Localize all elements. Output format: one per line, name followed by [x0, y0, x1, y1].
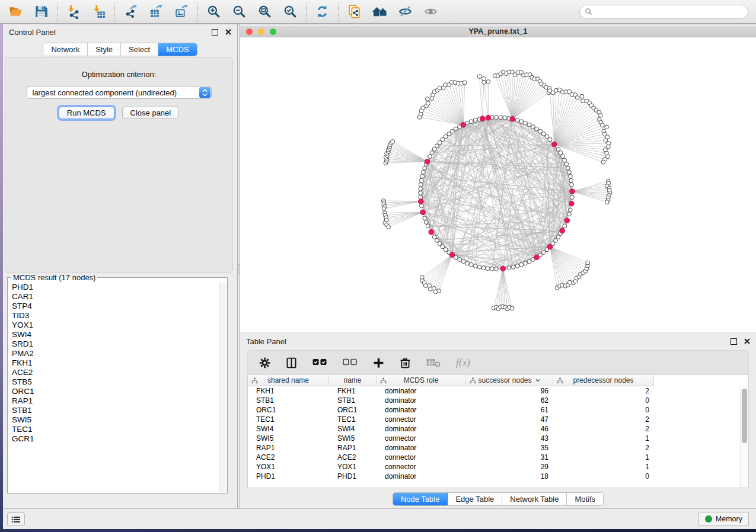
- main-toolbar: [0, 0, 756, 24]
- sort-desc-icon: [535, 377, 541, 383]
- table-scrollbar[interactable]: [740, 386, 748, 488]
- mcds-result-item[interactable]: PMA2: [12, 349, 220, 358]
- mcds-result-item[interactable]: RAP1: [12, 396, 220, 406]
- export-image-button[interactable]: [174, 4, 190, 20]
- import-network-button[interactable]: [65, 4, 81, 20]
- tab-style[interactable]: Style: [88, 43, 121, 56]
- scrollbar-thumb[interactable]: [742, 389, 747, 443]
- table-row[interactable]: RAP1RAP1dominator352: [248, 443, 748, 453]
- cell-predecessor-nodes: 1: [553, 463, 654, 471]
- table-row[interactable]: FKH1FKH1dominator962: [248, 386, 748, 396]
- column-header-MCDS-role[interactable]: MCDS role: [377, 375, 466, 386]
- mcds-result-item[interactable]: SWI4: [12, 330, 220, 339]
- mcds-result-item[interactable]: GCR1: [12, 434, 220, 444]
- import-table-icon: [91, 4, 106, 19]
- unselect-all-button[interactable]: [342, 357, 358, 368]
- select-stepper-icon: [199, 87, 210, 98]
- zoom-selected-icon: [283, 4, 298, 19]
- export-table-icon: [149, 4, 164, 19]
- copy-style-button[interactable]: [346, 4, 362, 20]
- criterion-value: largest connected component (undirected): [33, 88, 177, 97]
- shared-column-icon: [251, 377, 258, 384]
- criterion-select[interactable]: largest connected component (undirected): [27, 86, 212, 99]
- mcds-result-list: PHD1CAR1STP4TID3YOX1SWI4SRD1PMA2FKH1ACE2…: [8, 282, 220, 493]
- tab-select[interactable]: Select: [121, 43, 158, 56]
- mcds-scrollbar[interactable]: [219, 283, 227, 492]
- memory-button[interactable]: Memory: [698, 512, 749, 526]
- plus-icon: [372, 357, 385, 369]
- list-icon: [11, 515, 21, 524]
- table-row[interactable]: PHD1PHD1dominator180: [248, 472, 748, 481]
- show-style-button[interactable]: [397, 4, 413, 20]
- refresh-button[interactable]: [314, 4, 330, 20]
- zoom-out-button[interactable]: [231, 4, 247, 20]
- tab-network[interactable]: Network: [43, 43, 88, 56]
- mcds-result-item[interactable]: SWI5: [12, 415, 220, 425]
- houses-icon: [372, 4, 387, 19]
- zoom-selected-button[interactable]: [282, 4, 298, 20]
- control-panel-title: Control Panel: [9, 28, 56, 37]
- save-session-button[interactable]: [33, 4, 49, 20]
- table-header-row: shared namenameMCDS rolesuccessor nodesp…: [248, 375, 748, 386]
- table-row[interactable]: SWI4SWI4dominator462: [248, 424, 748, 434]
- mcds-result-item[interactable]: ORC1: [12, 387, 220, 396]
- mcds-result-item[interactable]: STP4: [12, 302, 220, 311]
- console-button[interactable]: [7, 512, 25, 526]
- network-overview-button[interactable]: [372, 4, 388, 20]
- float-icon: [731, 338, 737, 345]
- zoom-fit-button[interactable]: [257, 4, 273, 20]
- mcds-result-item[interactable]: SRD1: [12, 339, 220, 349]
- close-panel-button[interactable]: Close panel: [122, 107, 180, 119]
- mcds-result-item[interactable]: TID3: [12, 311, 220, 321]
- tab-motifs[interactable]: Motifs: [567, 493, 603, 505]
- delete-column-button[interactable]: [399, 357, 412, 369]
- tab-network-table[interactable]: Network Table: [502, 493, 567, 505]
- column-header-name[interactable]: name: [329, 375, 377, 386]
- search-input[interactable]: [595, 7, 743, 17]
- add-column-button[interactable]: [372, 357, 385, 369]
- mcds-result-item[interactable]: STB5: [12, 377, 220, 387]
- control-panel-float-button[interactable]: [212, 29, 225, 36]
- table-panel-close-button[interactable]: [744, 338, 750, 344]
- zoom-in-button[interactable]: [206, 4, 222, 20]
- export-table-button[interactable]: [148, 4, 164, 20]
- column-header-successor-nodes[interactable]: successor nodes: [466, 375, 553, 386]
- tab-edge-table[interactable]: Edge Table: [448, 493, 502, 505]
- table-row[interactable]: ORC1ORC1dominator610: [248, 405, 748, 415]
- table-row[interactable]: SWI5SWI5connector431: [248, 434, 748, 443]
- network-canvas[interactable]: [240, 37, 756, 332]
- table-row[interactable]: ACE2ACE2connector311: [248, 453, 748, 462]
- control-panel-close-button[interactable]: [225, 29, 231, 35]
- import-table-button[interactable]: [91, 4, 107, 20]
- tab-mcds[interactable]: MCDS: [158, 43, 196, 56]
- cell-predecessor-nodes: 0: [553, 472, 654, 480]
- table-row[interactable]: TEC1TEC1connector472: [248, 415, 748, 424]
- table-row[interactable]: STB1STB1dominator620: [248, 396, 748, 405]
- show-columns-button[interactable]: [285, 357, 298, 369]
- mcds-result-item[interactable]: CAR1: [12, 292, 220, 302]
- select-all-button[interactable]: [312, 357, 328, 368]
- cell-MCDS-role: dominator: [377, 472, 466, 480]
- function-builder-button[interactable]: f(x): [456, 357, 470, 368]
- table-settings-button[interactable]: [259, 357, 271, 369]
- mcds-result-item[interactable]: TEC1: [12, 425, 220, 434]
- open-session-button[interactable]: [8, 4, 24, 20]
- tab-node-table[interactable]: Node Table: [393, 493, 448, 505]
- cell-name: FKH1: [329, 387, 377, 395]
- column-header-shared-name[interactable]: shared name: [248, 375, 329, 386]
- column-header-predecessor-nodes[interactable]: predecessor nodes: [553, 375, 654, 386]
- run-mcds-button[interactable]: Run MCDS: [59, 107, 114, 119]
- table-row[interactable]: YOX1YOX1connector291: [248, 462, 748, 472]
- mcds-result-item[interactable]: FKH1: [12, 358, 220, 368]
- mcds-result-item[interactable]: ACE2: [12, 368, 220, 377]
- mcds-result-item[interactable]: STB1: [12, 406, 220, 415]
- cell-predecessor-nodes: 2: [553, 425, 654, 433]
- cell-predecessor-nodes: 0: [553, 406, 654, 414]
- table-panel-float-button[interactable]: [731, 338, 744, 345]
- delete-table-button[interactable]: [426, 357, 442, 368]
- hide-details-button[interactable]: [423, 4, 439, 20]
- mcds-result-item[interactable]: YOX1: [12, 321, 220, 330]
- mcds-result-item[interactable]: PHD1: [12, 283, 220, 292]
- cell-successor-nodes: 61: [466, 406, 553, 414]
- export-network-button[interactable]: [123, 4, 139, 20]
